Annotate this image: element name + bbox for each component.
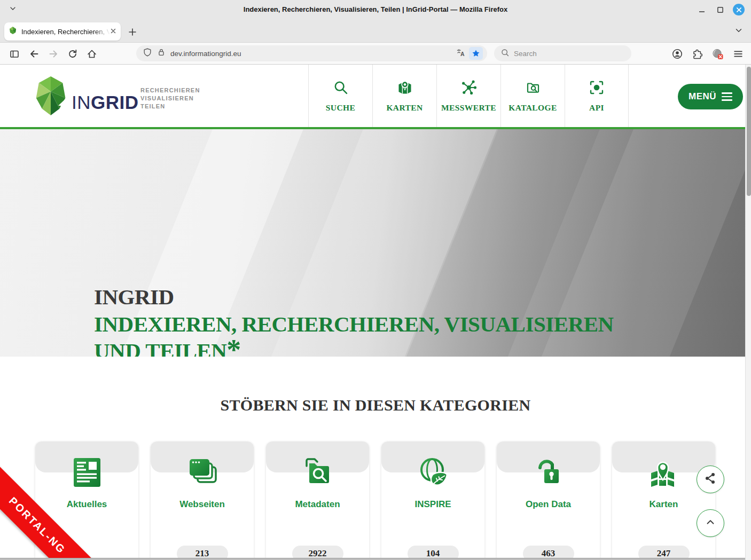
search-icon xyxy=(500,48,510,59)
forward-icon[interactable] xyxy=(48,48,59,59)
hamburger-icon xyxy=(722,92,732,101)
nav-item-messwerte[interactable]: MESSWERTE xyxy=(436,65,500,127)
browser-titlebar: Indexieren, Recherchieren, Visualisieren… xyxy=(0,0,751,19)
hero-section: INGRID INDEXIEREN, RECHERCHIEREN, VISUAL… xyxy=(0,129,751,357)
hero-title-line1: INDEXIEREN, RECHERCHIEREN, VISUALISIEREN xyxy=(94,311,614,337)
metadata-folder-icon xyxy=(301,455,335,490)
network-hub-icon xyxy=(461,80,477,98)
browser-window: Indexieren, Recherchieren, Visualisieren… xyxy=(0,0,751,560)
ingrid-logo[interactable]: INGRID xyxy=(34,75,139,119)
new-tab-button[interactable] xyxy=(126,26,139,38)
category-card-metadaten[interactable]: Metadaten 2922 xyxy=(266,441,369,560)
window-title: Indexieren, Recherchieren, Visualisieren… xyxy=(0,0,751,19)
menu-hamburger-icon[interactable] xyxy=(732,48,744,59)
ingrid-logo-gem-icon xyxy=(34,75,67,119)
search-icon xyxy=(333,80,349,98)
menu-button[interactable]: MENÜ xyxy=(678,84,743,109)
close-button[interactable] xyxy=(733,4,745,15)
main-navigation: SUCHE KARTEN MESSWERTE KATALOGE xyxy=(308,65,629,127)
category-label[interactable]: INSPIRE xyxy=(381,499,484,510)
back-icon[interactable] xyxy=(28,48,40,59)
category-card-inspire[interactable]: INSPIRE 104 xyxy=(381,441,484,560)
nav-item-api[interactable]: API xyxy=(565,65,629,127)
news-icon xyxy=(70,455,104,490)
webpages-icon xyxy=(185,455,220,490)
page-scrollbar[interactable] xyxy=(745,65,751,560)
browser-search-bar[interactable] xyxy=(494,45,631,61)
tab-title: Indexieren, Recherchieren, Visualisieren xyxy=(21,28,110,36)
account-icon[interactable] xyxy=(671,48,683,59)
minimize-button[interactable] xyxy=(697,4,707,15)
tab-favicon xyxy=(9,26,17,37)
open-lock-icon xyxy=(531,455,566,490)
category-label[interactable]: Webseiten xyxy=(151,499,254,510)
sidebar-toggle-icon[interactable] xyxy=(9,48,20,59)
shield-icon[interactable] xyxy=(143,48,152,59)
translate-icon[interactable]: A xyxy=(456,48,466,60)
nav-item-suche[interactable]: SUCHE xyxy=(308,65,372,127)
category-card-karten[interactable]: Karten 247 xyxy=(612,441,715,560)
url-bar[interactable]: dev.informationgrid.eu A xyxy=(136,45,487,61)
globe-extension-icon[interactable] xyxy=(712,48,723,59)
catalog-folder-icon xyxy=(525,80,541,98)
site-header: INGRID RECHERCHIEREN VISUALISIEREN TEILE… xyxy=(0,65,751,127)
chevron-up-icon xyxy=(705,516,716,530)
url-text[interactable]: dev.informationgrid.eu xyxy=(170,50,456,58)
hero-title-ingrid: INGRID xyxy=(94,284,174,310)
globe-leaf-icon xyxy=(416,455,450,490)
asterisk: * xyxy=(226,334,241,357)
categories-heading: STÖBERN SIE IN DIESEN KATEGORIEN xyxy=(0,396,751,414)
folded-map-pin-icon xyxy=(647,455,681,490)
category-label[interactable]: Karten xyxy=(612,499,715,510)
scroll-to-top-button[interactable] xyxy=(697,509,724,537)
category-card-webseiten[interactable]: Webseiten 213 xyxy=(151,441,254,560)
hero-title-line2: UND TEILEN* xyxy=(94,338,241,357)
ingrid-logo-text: INGRID xyxy=(72,92,139,113)
tab-close-icon[interactable] xyxy=(110,27,116,36)
home-icon[interactable] xyxy=(86,48,97,59)
tab-bar: Indexieren, Recherchieren, Visualisieren xyxy=(0,19,751,43)
reload-icon[interactable] xyxy=(67,48,78,59)
share-button[interactable] xyxy=(697,466,724,493)
window-bottom-edge xyxy=(0,558,751,560)
category-label[interactable]: Open Data xyxy=(497,499,600,510)
map-pin-icon xyxy=(397,80,413,98)
category-label[interactable]: Aktuelles xyxy=(35,499,138,510)
nav-item-kataloge[interactable]: KATALOGE xyxy=(500,65,565,127)
extensions-puzzle-icon[interactable] xyxy=(691,48,702,59)
logo-tagline: RECHERCHIEREN VISUALISIEREN TEILEN xyxy=(140,86,200,111)
navigation-toolbar: dev.informationgrid.eu A xyxy=(0,43,751,65)
category-card-open-data[interactable]: Open Data 463 xyxy=(497,441,600,560)
svg-text:A: A xyxy=(460,51,465,57)
browser-search-input[interactable] xyxy=(514,50,610,58)
bookmark-star-icon[interactable] xyxy=(469,47,483,60)
browser-tab[interactable]: Indexieren, Recherchieren, Visualisieren xyxy=(4,22,121,41)
focus-target-icon xyxy=(589,80,605,98)
list-all-tabs-icon[interactable] xyxy=(734,26,744,37)
category-label[interactable]: Metadaten xyxy=(266,499,369,510)
nav-item-karten[interactable]: KARTEN xyxy=(372,65,436,127)
lock-icon[interactable] xyxy=(157,48,166,59)
scrollbar-thumb[interactable] xyxy=(747,67,751,196)
share-icon xyxy=(704,472,717,487)
maximize-button[interactable] xyxy=(715,4,725,15)
